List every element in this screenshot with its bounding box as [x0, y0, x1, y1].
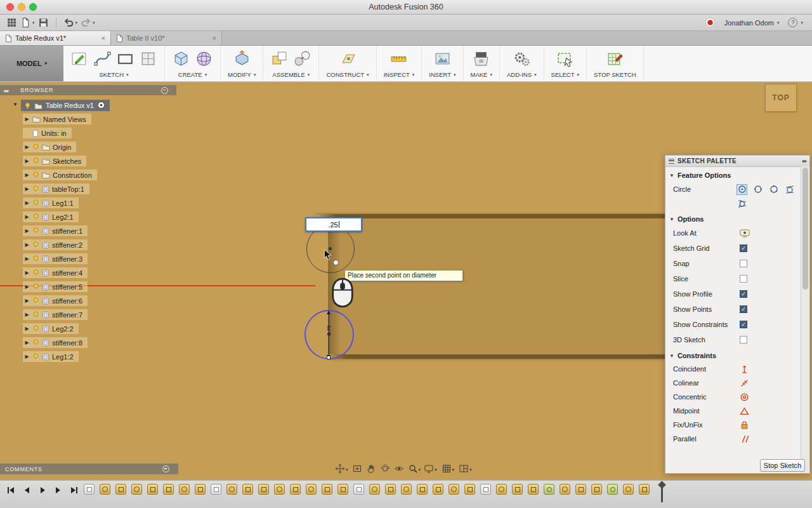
timeline-feature-component[interactable] — [84, 484, 95, 495]
toolbar-group-label[interactable]: CONSTRUCT▾ — [326, 71, 369, 78]
browser-item-leg1-2[interactable]: ▶Leg1:2 — [23, 351, 79, 362]
sketch-grid-checkbox[interactable]: ✓ — [740, 244, 747, 252]
timeline-feature-extrude[interactable] — [433, 484, 443, 495]
visibility-bulb-icon[interactable] — [32, 255, 39, 262]
timeline-feature-extrude[interactable] — [639, 484, 650, 495]
parallel-icon[interactable] — [740, 434, 749, 444]
disclosure-triangle-icon[interactable]: ▶ — [24, 298, 30, 304]
comments-bar[interactable]: COMMENTS — [0, 464, 178, 474]
timeline-feature-sketch[interactable] — [226, 484, 237, 495]
create-sketch-button[interactable] — [70, 50, 89, 68]
timeline-feature-sketch[interactable] — [100, 484, 110, 495]
circle-quadrant-point[interactable] — [327, 356, 331, 359]
spline-button[interactable] — [93, 50, 112, 68]
browser-item-leg2-2[interactable]: ▶Leg2:2 — [23, 323, 79, 334]
visibility-bulb-icon[interactable] — [32, 213, 39, 220]
expand-comments-button[interactable] — [162, 465, 169, 472]
play-button[interactable] — [38, 486, 47, 495]
2-tangent-circle-button[interactable] — [784, 184, 795, 195]
orbit-button[interactable] — [380, 464, 390, 476]
disclosure-triangle-icon[interactable]: ▶ — [24, 228, 30, 234]
timeline-feature-sketch[interactable] — [369, 484, 380, 495]
scripts-addins-button[interactable] — [513, 50, 531, 68]
visibility-bulb-icon[interactable] — [32, 227, 39, 234]
insert-canvas-button[interactable] — [433, 50, 452, 68]
coincident-icon[interactable] — [740, 364, 749, 374]
timeline-feature-joint[interactable] — [544, 484, 554, 495]
timeline-feature-extrude[interactable] — [258, 484, 269, 495]
fit-button[interactable] — [352, 464, 362, 476]
center-diameter-circle-button[interactable] — [737, 184, 747, 195]
stop-sketch-button[interactable]: Stop Sketch — [760, 459, 805, 472]
timeline-feature-extrude[interactable] — [195, 484, 206, 495]
timeline-feature-extrude[interactable] — [575, 484, 586, 495]
user-menu[interactable]: Jonathan Odom▾ — [724, 19, 780, 27]
visibility-bulb-icon[interactable] — [32, 283, 39, 290]
timeline-feature-extrude[interactable] — [591, 484, 602, 495]
sketch-palette-header[interactable]: SKETCH PALETTE ▸▸ — [665, 156, 809, 167]
slice-checkbox[interactable] — [740, 275, 747, 283]
timeline-feature-extrude[interactable] — [115, 484, 126, 495]
show-constraints-checkbox[interactable]: ✓ — [740, 321, 747, 328]
fullscreen-window-button[interactable] — [29, 3, 37, 11]
zoom-button[interactable]: ▾ — [408, 464, 421, 476]
disclosure-triangle-icon[interactable]: ▼ — [13, 102, 18, 107]
feature-options-section-header[interactable]: ▼Feature Options — [665, 167, 801, 182]
browser-root-item[interactable]: Table Redux v1 — [21, 100, 110, 111]
joint-button[interactable] — [293, 50, 311, 68]
collapse-browser-button[interactable] — [161, 87, 168, 94]
print-3d-button[interactable] — [472, 50, 490, 68]
browser-item-construction[interactable]: ▶Construction — [23, 170, 97, 180]
timeline-position-marker[interactable] — [658, 482, 666, 504]
browser-item-named-views[interactable]: ▶Named Views — [23, 114, 91, 124]
timeline-feature-sketch[interactable] — [623, 484, 634, 495]
timeline-feature-joint[interactable] — [607, 484, 618, 495]
disclosure-triangle-icon[interactable]: ▶ — [24, 312, 30, 318]
collapse-palette-icon[interactable]: ▸▸ — [802, 158, 806, 164]
fix-unfix-icon[interactable] — [740, 420, 749, 430]
pan-button[interactable] — [366, 464, 376, 476]
disclosure-triangle-icon[interactable]: ▶ — [24, 256, 30, 262]
rectangle-button[interactable] — [116, 50, 134, 68]
dimension-input[interactable]: .25 — [305, 217, 362, 232]
visibility-bulb-icon[interactable] — [32, 353, 39, 360]
disclosure-triangle-icon[interactable]: ▶ — [24, 354, 30, 359]
select-window-button[interactable] — [556, 50, 574, 68]
browser-item-stiffener-2[interactable]: ▶stiffener:2 — [23, 239, 88, 250]
timeline-feature-extrude[interactable] — [337, 484, 348, 495]
timeline-feature-sketch[interactable] — [560, 484, 570, 495]
tab-close-button[interactable]: × — [102, 34, 105, 42]
visibility-bulb-icon[interactable] — [32, 311, 39, 318]
form-button[interactable] — [195, 50, 213, 68]
browser-item-leg1-1[interactable]: ▶Leg1:1 — [23, 197, 79, 208]
step-back-button[interactable] — [22, 486, 31, 495]
disclosure-triangle-icon[interactable]: ▶ — [24, 242, 30, 248]
document-tab-table-redux-v1[interactable]: Table Redux v1*× — [0, 31, 111, 45]
grid-and-snaps-button[interactable]: ▾ — [442, 464, 455, 476]
timeline-feature-sketch[interactable] — [401, 484, 412, 495]
browser-item-units-in[interactable]: Units: in — [23, 128, 72, 138]
disclosure-triangle-icon[interactable]: ▶ — [24, 214, 30, 220]
workspace-switcher[interactable]: MODEL▾ — [0, 46, 63, 81]
visibility-bulb-icon[interactable] — [32, 269, 39, 276]
timeline-feature-extrude[interactable] — [385, 484, 396, 495]
toolbar-group-label[interactable]: ASSEMBLE▾ — [273, 71, 310, 78]
disclosure-triangle-icon[interactable]: ▶ — [24, 186, 30, 192]
3-tangent-circle-button[interactable] — [737, 199, 747, 210]
toolbar-group-label[interactable]: SELECT▾ — [551, 71, 579, 78]
go-to-start-button[interactable] — [6, 486, 15, 495]
visibility-bulb-icon[interactable] — [32, 157, 39, 164]
look-at-button[interactable] — [740, 229, 750, 237]
view-cube[interactable]: TOP — [765, 84, 797, 112]
redo-button[interactable]: ▾ — [81, 17, 95, 28]
tab-close-button[interactable]: × — [213, 34, 216, 42]
browser-item-stiffener-1[interactable]: ▶stiffener:1 — [23, 225, 88, 236]
visibility-bulb-icon[interactable] — [32, 171, 39, 178]
screencast-record-button[interactable] — [705, 17, 716, 28]
position-button[interactable]: ▾ — [335, 464, 348, 476]
concentric-icon[interactable] — [740, 392, 749, 402]
undo-button[interactable]: ▾ — [63, 17, 78, 28]
visibility-bulb-icon[interactable] — [32, 339, 39, 346]
disclosure-triangle-icon[interactable]: ▶ — [24, 200, 30, 206]
timeline-feature-extrude[interactable] — [512, 484, 523, 495]
